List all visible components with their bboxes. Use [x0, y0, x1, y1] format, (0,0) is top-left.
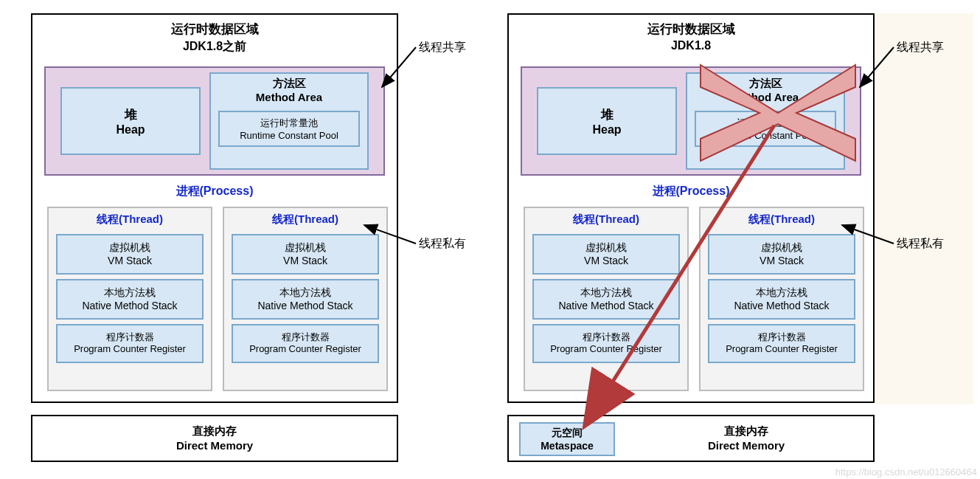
native-stack: 本地方法栈Native Method Stack	[232, 279, 379, 320]
method-en: Method Area	[256, 91, 322, 103]
thread-box-1: 线程(Thread) 虚拟机栈VM Stack 本地方法栈Native Meth…	[524, 207, 689, 391]
thread-shared-zone: 堆 Heap 方法区 Method Area 运行时常量池 Runtime Co…	[521, 66, 861, 176]
panel-title: 运行时数据区域	[509, 21, 873, 38]
vm-stack: 虚拟机栈VM Stack	[56, 234, 204, 275]
runtime-area-18: 运行时数据区域 JDK1.8 堆 Heap 方法区 Method Area 运行…	[507, 13, 875, 403]
heap-cn: 堆	[538, 106, 675, 123]
rcp-cn: 运行时常量池	[260, 117, 318, 128]
pc-register: 程序计数器Program Counter Register	[232, 324, 379, 363]
thread-box-2: 线程(Thread) 虚拟机栈VM Stack 本地方法栈Native Meth…	[223, 207, 388, 391]
pc-register: 程序计数器Program Counter Register	[532, 324, 680, 363]
watermark: https://blog.csdn.net/u012660464	[835, 466, 977, 478]
panel-subtitle: JDK1.8之前	[32, 39, 397, 55]
annot-private-left: 线程私有	[419, 236, 466, 252]
vm-stack: 虚拟机栈VM Stack	[708, 234, 855, 275]
thread-box-1: 线程(Thread) 虚拟机栈VM Stack 本地方法栈Native Meth…	[47, 207, 212, 391]
native-stack: 本地方法栈Native Method Stack	[708, 279, 855, 320]
native-stack: 本地方法栈Native Method Stack	[56, 279, 204, 320]
direct-memory-right: 元空间 Metaspace 直接内存 Direct Memory	[507, 415, 875, 462]
heap-box: 堆 Heap	[537, 87, 677, 155]
heap-box: 堆 Heap	[60, 87, 201, 155]
heap-en: Heap	[62, 123, 199, 137]
process-label: 进程(Process)	[32, 184, 397, 199]
pc-register: 程序计数器Program Counter Register	[56, 324, 204, 363]
direct-memory-text: 直接内存 Direct Memory	[32, 424, 397, 452]
annot-shared-right: 线程共享	[897, 40, 944, 55]
thread-box-2: 线程(Thread) 虚拟机栈VM Stack 本地方法栈Native Meth…	[699, 207, 864, 391]
vm-stack: 虚拟机栈VM Stack	[532, 234, 680, 275]
vm-stack: 虚拟机栈VM Stack	[232, 234, 379, 275]
thread-title: 线程(Thread)	[224, 208, 386, 230]
runtime-constant-pool: 运行时常量池 Runtime Constant Pool	[695, 111, 836, 147]
rcp-en: Runtime Constant Pool	[716, 130, 815, 141]
thread-title: 线程(Thread)	[701, 208, 863, 230]
method-cn: 方法区	[273, 77, 306, 89]
rcp-cn: 运行时常量池	[737, 117, 794, 128]
method-cn: 方法区	[749, 77, 782, 89]
thread-title: 线程(Thread)	[49, 208, 211, 230]
method-en: Method Area	[732, 91, 799, 103]
decor-bg	[876, 13, 973, 404]
native-stack: 本地方法栈Native Method Stack	[532, 279, 680, 320]
rcp-en: Runtime Constant Pool	[240, 130, 338, 141]
panel-title: 运行时数据区域	[32, 21, 397, 38]
pc-register: 程序计数器Program Counter Register	[708, 324, 855, 363]
method-area-box: 方法区 Method Area 运行时常量池 Runtime Constant …	[209, 72, 369, 170]
direct-memory-text: 直接内存 Direct Memory	[619, 424, 873, 452]
metaspace-cn: 元空间	[521, 427, 614, 440]
metaspace-box: 元空间 Metaspace	[519, 422, 615, 456]
thread-title: 线程(Thread)	[525, 208, 687, 230]
thread-shared-zone: 堆 Heap 方法区 Method Area 运行时常量池 Runtime Co…	[44, 66, 385, 176]
annot-private-right: 线程私有	[897, 236, 944, 252]
annot-shared-left: 线程共享	[419, 40, 466, 55]
process-label: 进程(Process)	[509, 184, 873, 199]
direct-memory-left: 直接内存 Direct Memory	[31, 415, 398, 462]
heap-cn: 堆	[62, 106, 199, 123]
panel-subtitle: JDK1.8	[509, 39, 873, 52]
method-area-box-removed: 方法区 Method Area 运行时常量池 Runtime Constant …	[686, 72, 845, 170]
runtime-constant-pool: 运行时常量池 Runtime Constant Pool	[218, 111, 360, 147]
metaspace-en: Metaspace	[521, 440, 614, 452]
heap-en: Heap	[538, 123, 675, 137]
runtime-area-pre18: 运行时数据区域 JDK1.8之前 堆 Heap 方法区 Method Area …	[31, 13, 398, 403]
